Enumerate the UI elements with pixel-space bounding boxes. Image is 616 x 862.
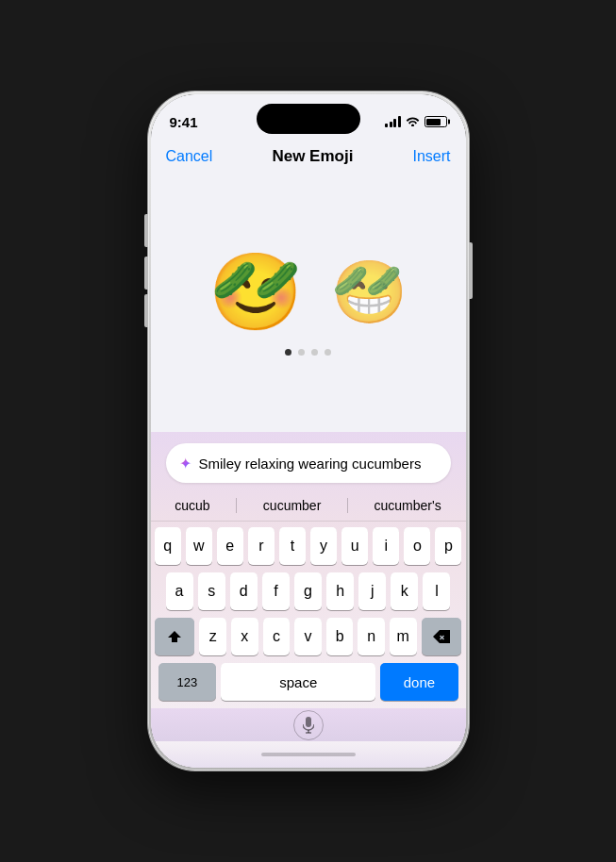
key-o[interactable]: o (404, 527, 430, 565)
key-z[interactable]: z (199, 618, 226, 655)
key-s[interactable]: s (198, 572, 225, 610)
nav-title: New Emoji (272, 147, 353, 166)
key-x[interactable]: x (231, 618, 258, 655)
key-i[interactable]: i (373, 527, 399, 565)
status-icons (385, 115, 447, 129)
svg-rect-0 (306, 717, 311, 727)
key-e[interactable]: e (217, 527, 243, 565)
primary-emoji[interactable]: 😊 🥒🥒 (208, 255, 303, 330)
ai-search-icon: ✦ (179, 455, 191, 472)
key-q[interactable]: q (155, 527, 181, 565)
done-key[interactable]: done (380, 663, 458, 701)
key-w[interactable]: w (186, 527, 212, 565)
status-time: 9:41 (170, 114, 198, 130)
wifi-icon (406, 115, 420, 129)
key-h[interactable]: h (326, 572, 354, 610)
key-f[interactable]: f (262, 572, 290, 610)
battery-fill (426, 119, 441, 125)
key-g[interactable]: g (294, 572, 322, 610)
key-r[interactable]: r (248, 527, 275, 565)
autocomplete-item-3[interactable]: cucumber's (367, 496, 449, 515)
backspace-key[interactable] (422, 618, 462, 655)
bottom-key-row: 123 space done (155, 663, 462, 706)
mic-area (151, 708, 466, 741)
shift-key[interactable] (155, 618, 195, 655)
keyboard: q w e r t y u i o p a s (151, 522, 466, 708)
key-c[interactable]: c (263, 618, 291, 655)
dot-4 (325, 349, 331, 356)
autocomplete-row: cucub cucumber cucumber's (151, 490, 466, 522)
key-d[interactable]: d (230, 572, 258, 610)
secondary-emoji[interactable]: 😁 🥒🥒 (331, 261, 408, 323)
phone-frame: 9:41 (148, 91, 469, 771)
search-bar[interactable]: ✦ Smiley relaxing wearing cucumbers (166, 443, 451, 483)
screen: 9:41 (151, 94, 466, 768)
key-row-2: a s d f g h j k l (155, 572, 462, 610)
search-text: Smiley relaxing wearing cucumbers (199, 456, 438, 472)
dot-1 (285, 349, 291, 356)
num-key[interactable]: 123 (158, 663, 217, 701)
dot-3 (311, 349, 318, 356)
key-t[interactable]: t (279, 527, 306, 565)
key-y[interactable]: y (310, 527, 337, 565)
key-k[interactable]: k (391, 572, 418, 610)
key-v[interactable]: v (294, 618, 322, 655)
emoji-row: 😊 🥒🥒 😁 🥒🥒 (208, 255, 408, 330)
dot-2 (298, 349, 305, 356)
emoji-display-area: 😊 🥒🥒 😁 🥒🥒 (151, 177, 466, 432)
cancel-button[interactable]: Cancel (166, 148, 213, 165)
autocomplete-item-2[interactable]: cucumber (256, 496, 328, 515)
key-l[interactable]: l (423, 572, 450, 610)
divider-2 (347, 498, 348, 513)
mic-icon[interactable] (293, 710, 324, 740)
insert-button[interactable]: Insert (412, 148, 450, 165)
dynamic-island (257, 104, 360, 134)
signal-icon (385, 116, 401, 127)
battery-icon (425, 116, 447, 127)
pagination-dots (285, 349, 331, 356)
key-a[interactable]: a (166, 572, 193, 610)
divider-1 (236, 498, 237, 513)
key-j[interactable]: j (358, 572, 386, 610)
home-bar (261, 753, 356, 756)
phone-inner: 9:41 (151, 94, 466, 768)
key-p[interactable]: p (435, 527, 461, 565)
space-key[interactable]: space (221, 663, 375, 701)
key-row-1: q w e r t y u i o p (155, 527, 462, 565)
search-bar-container: ✦ Smiley relaxing wearing cucumbers (151, 439, 466, 490)
key-n[interactable]: n (358, 618, 385, 655)
key-u[interactable]: u (341, 527, 368, 565)
keyboard-area: ✦ Smiley relaxing wearing cucumbers cucu… (151, 432, 466, 768)
key-b[interactable]: b (326, 618, 354, 655)
nav-bar: Cancel New Emoji Insert (151, 136, 466, 177)
autocomplete-item-1[interactable]: cucub (167, 496, 217, 515)
key-m[interactable]: m (390, 618, 417, 655)
home-indicator (151, 741, 466, 768)
key-row-3: z x c v b n m (155, 618, 462, 655)
